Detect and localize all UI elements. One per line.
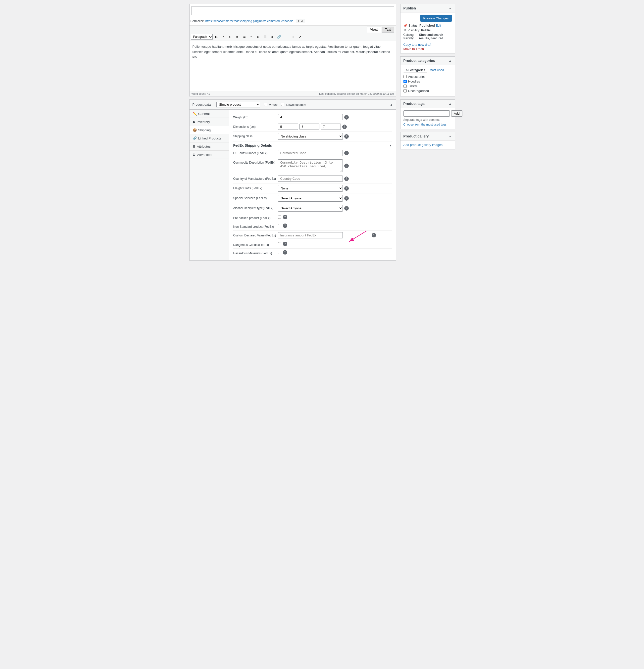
- cat-accessories-checkbox[interactable]: [404, 75, 407, 78]
- dangerous-goods-control: ?: [278, 242, 392, 246]
- permalink-url[interactable]: https://woocommercefedexshipping.pluginh…: [206, 19, 294, 23]
- commodity-desc-help-icon[interactable]: ?: [344, 163, 349, 168]
- non-standard-help-icon[interactable]: ?: [283, 224, 287, 228]
- custom-declared-row: Custom Declared Value (FedEx): [233, 231, 392, 240]
- permalink-label: Permalink:: [191, 19, 205, 23]
- tags-most-used-link[interactable]: Choose from the most used tags: [404, 123, 447, 126]
- dimension-h-input[interactable]: [321, 124, 341, 130]
- strikethrough-button[interactable]: S: [227, 33, 234, 40]
- tab-most-used[interactable]: Most Used: [428, 67, 446, 73]
- publish-toggle[interactable]: ▲: [449, 6, 452, 10]
- hs-tariff-control: ?: [278, 150, 392, 156]
- country-manufacture-help-icon[interactable]: ?: [344, 176, 349, 181]
- shipping-class-help-icon[interactable]: ?: [344, 134, 349, 139]
- ordered-list-button[interactable]: ≔: [241, 33, 248, 40]
- nav-linked-products[interactable]: 🔗 Linked Products: [190, 134, 229, 142]
- dimension-l-input[interactable]: [278, 124, 298, 130]
- special-services-help-icon[interactable]: ?: [344, 196, 349, 201]
- post-title[interactable]: Hoodie: [192, 6, 394, 15]
- gallery-toggle[interactable]: ▲: [449, 134, 452, 138]
- dimension-w-input[interactable]: [299, 124, 319, 130]
- table-button[interactable]: ⊞: [290, 33, 296, 40]
- non-standard-checkbox[interactable]: [278, 224, 281, 227]
- product-type-select[interactable]: Simple product Variable product Grouped …: [216, 102, 260, 108]
- hs-tariff-help-icon[interactable]: ?: [344, 151, 349, 155]
- nav-general-label: General: [198, 112, 210, 116]
- align-right-button[interactable]: ➡: [269, 33, 275, 40]
- more-button[interactable]: —: [283, 33, 289, 40]
- custom-declared-input[interactable]: [278, 232, 343, 238]
- pre-packed-help-icon[interactable]: ?: [283, 215, 287, 219]
- publish-actions: Preview Changes: [404, 15, 452, 22]
- alcohol-recipient-help-icon[interactable]: ?: [344, 206, 349, 211]
- nav-general[interactable]: ✏️ General: [190, 110, 229, 118]
- nav-advanced[interactable]: ⚙ Advanced: [190, 151, 229, 159]
- categories-toggle[interactable]: ▲: [449, 59, 452, 62]
- weight-help-icon[interactable]: ?: [344, 115, 349, 119]
- hazardous-materials-checkbox[interactable]: [278, 251, 281, 254]
- nav-inventory[interactable]: ◆ Inventory: [190, 118, 229, 126]
- tab-all-categories[interactable]: All categories: [404, 67, 428, 73]
- freight-class-help-icon[interactable]: ?: [344, 186, 349, 191]
- fullscreen-button[interactable]: ⤢: [297, 33, 303, 40]
- special-services-select[interactable]: Select Anyone: [278, 195, 343, 202]
- tags-input[interactable]: [404, 110, 450, 117]
- permalink-edit-button[interactable]: Edit: [296, 19, 305, 23]
- link-button[interactable]: 🔗: [276, 33, 282, 40]
- tab-visual[interactable]: Visual: [367, 27, 381, 32]
- commodity-desc-textarea[interactable]: [278, 159, 343, 172]
- product-data-toggle[interactable]: ▲: [390, 103, 393, 106]
- tags-add-button[interactable]: Add: [451, 110, 462, 117]
- virtual-checkbox[interactable]: [264, 103, 267, 106]
- special-services-label: Special Services (FedEx): [233, 195, 278, 200]
- alcohol-recipient-select[interactable]: Select Anyone: [278, 205, 343, 212]
- dangerous-goods-checkbox[interactable]: [278, 242, 281, 245]
- fedex-section-toggle[interactable]: ▼: [389, 144, 392, 147]
- tab-text[interactable]: Text: [382, 27, 394, 32]
- categories-title: Product categories: [404, 59, 435, 63]
- pre-packed-control: ?: [278, 215, 392, 219]
- shipping-class-select[interactable]: No shipping class: [278, 133, 343, 140]
- move-to-trash-link[interactable]: Move to Trash: [404, 47, 424, 51]
- cat-hoodies: Hoodies: [404, 80, 452, 83]
- custom-declared-help-icon[interactable]: ?: [372, 233, 376, 238]
- add-gallery-images-link[interactable]: Add product gallery images: [404, 143, 443, 147]
- cat-tshirts-checkbox[interactable]: [404, 85, 407, 88]
- align-center-button[interactable]: ☰: [262, 33, 268, 40]
- copy-draft-link[interactable]: Copy to a new draft: [404, 43, 452, 46]
- nav-shipping[interactable]: 📦 Shipping: [190, 126, 229, 134]
- paragraph-select[interactable]: Paragraph: [191, 34, 213, 40]
- dangerous-goods-help-icon[interactable]: ?: [283, 242, 287, 246]
- freight-class-select[interactable]: None: [278, 185, 343, 192]
- cat-hoodies-checkbox[interactable]: [404, 80, 407, 83]
- dimensions-row: Dimensions (cm) ?: [233, 122, 392, 131]
- hs-tariff-input[interactable]: [278, 150, 343, 156]
- svg-line-1: [349, 231, 366, 242]
- unordered-list-button[interactable]: ≡: [234, 33, 240, 40]
- country-manufacture-input[interactable]: [278, 175, 343, 182]
- weight-input[interactable]: [278, 114, 343, 120]
- editor-footer: Word count: 41 Last edited by Ujjawal Sh…: [190, 91, 396, 96]
- cat-uncategorized-checkbox[interactable]: [404, 89, 407, 92]
- tags-toggle[interactable]: ▲: [449, 102, 452, 105]
- catalog-label: Catalog visibility:: [404, 33, 418, 40]
- hs-tariff-label: HS Tariff Number (FedEx): [233, 150, 278, 155]
- blockquote-button[interactable]: “: [248, 33, 254, 40]
- bold-button[interactable]: B: [213, 33, 220, 40]
- downloadable-checkbox[interactable]: [281, 103, 284, 106]
- nav-inventory-label: Inventory: [197, 120, 210, 124]
- align-left-button[interactable]: ⬅: [255, 33, 262, 40]
- status-edit-link[interactable]: Edit: [436, 24, 441, 27]
- hazardous-materials-help-icon[interactable]: ?: [283, 250, 287, 255]
- cat-uncategorized-label: Uncategorized: [408, 89, 429, 93]
- hazardous-materials-control: ?: [278, 250, 392, 255]
- editor-content[interactable]: Pellentesque habitant morbi tristique se…: [190, 41, 396, 91]
- dimensions-help-icon[interactable]: ?: [342, 125, 347, 129]
- italic-button[interactable]: I: [220, 33, 227, 40]
- pre-packed-checkbox[interactable]: [278, 215, 281, 219]
- custom-declared-label: Custom Declared Value (FedEx): [233, 232, 278, 238]
- advanced-icon: ⚙: [193, 153, 196, 157]
- preview-changes-button[interactable]: Preview Changes: [420, 15, 452, 22]
- nav-attributes[interactable]: ⊞ Attributes: [190, 142, 229, 151]
- weight-label: Weight (kg): [233, 114, 278, 119]
